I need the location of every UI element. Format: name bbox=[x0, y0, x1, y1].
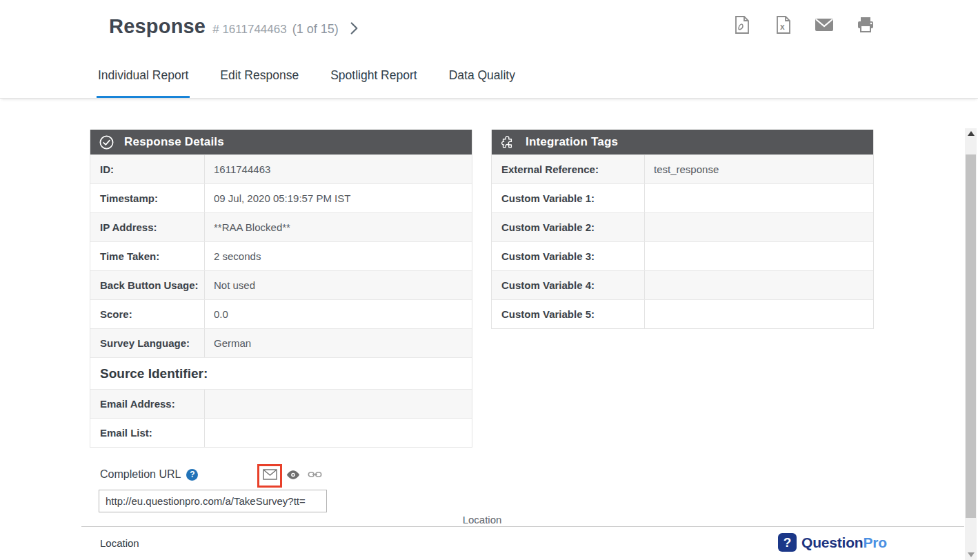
email-icon bbox=[815, 18, 834, 34]
send-completion-email-button[interactable] bbox=[257, 464, 282, 488]
chevron-right-icon bbox=[345, 28, 363, 39]
response-details-title: Response Details bbox=[124, 135, 224, 149]
report-tabs: Individual Report Edit Response Spotligh… bbox=[0, 55, 978, 99]
row-label: Survey Language: bbox=[90, 329, 204, 357]
export-actions: x bbox=[732, 17, 875, 36]
table-row: Email Address: bbox=[90, 389, 472, 418]
table-row: Score:0.0 bbox=[90, 299, 472, 328]
row-label: ID: bbox=[90, 155, 204, 183]
response-page: Response # 1611744463 (1 of 15) bbox=[0, 0, 978, 560]
row-value: Not used bbox=[204, 271, 472, 299]
svg-text:x: x bbox=[780, 22, 785, 32]
table-row: Custom Variable 2: bbox=[492, 212, 873, 241]
table-row: Email List: bbox=[90, 418, 472, 447]
scrollbar-thumb[interactable] bbox=[966, 154, 976, 518]
row-label: Email Address: bbox=[90, 390, 204, 418]
table-row: Survey Language:German bbox=[90, 328, 472, 357]
logo-question-text: Question bbox=[801, 534, 863, 550]
copy-link-icon bbox=[308, 470, 322, 481]
help-icon[interactable]: ? bbox=[186, 469, 198, 481]
row-label: Custom Variable 1: bbox=[492, 184, 644, 212]
location-heading-center: Location bbox=[0, 514, 964, 526]
row-label: Back Button Usage: bbox=[90, 271, 204, 299]
table-row: ID:1611744463 bbox=[90, 154, 472, 183]
table-row: Timestamp:09 Jul, 2020 05:19:57 PM IST bbox=[90, 183, 472, 212]
response-details-table: Response Details ID:1611744463 Timestamp… bbox=[90, 130, 472, 448]
row-value bbox=[644, 271, 873, 299]
scroll-down-icon bbox=[968, 552, 975, 557]
row-value bbox=[644, 242, 873, 270]
copy-url-button[interactable] bbox=[308, 470, 322, 482]
row-label: Custom Variable 4: bbox=[492, 271, 644, 299]
row-label: External Reference: bbox=[492, 155, 644, 183]
scrollbar-down-button[interactable] bbox=[965, 550, 977, 560]
row-label: Custom Variable 2: bbox=[492, 213, 644, 241]
footer-divider bbox=[81, 526, 964, 527]
print-button[interactable] bbox=[857, 17, 875, 36]
logo-pro-text: Pro bbox=[863, 534, 886, 550]
next-response-button[interactable] bbox=[345, 19, 363, 37]
response-number: # 1611744463 bbox=[212, 23, 286, 37]
row-label: IP Address: bbox=[90, 213, 204, 241]
integration-tags-title: Integration Tags bbox=[526, 135, 618, 149]
row-value: German bbox=[204, 329, 472, 357]
scroll-up-icon bbox=[968, 131, 975, 136]
row-label: Score: bbox=[90, 300, 204, 328]
preview-url-button[interactable] bbox=[286, 470, 300, 483]
page-title: Response bbox=[109, 15, 206, 38]
questionpro-logo-text: QuestionPro bbox=[801, 534, 887, 551]
row-value bbox=[644, 213, 873, 241]
integration-tags-header: Integration Tags bbox=[492, 130, 873, 154]
row-label: Time Taken: bbox=[90, 242, 204, 270]
table-row: Custom Variable 3: bbox=[492, 241, 873, 270]
export-excel-button[interactable]: x bbox=[774, 17, 792, 36]
location-heading-left: Location bbox=[100, 537, 139, 549]
table-row: External Reference:test_response bbox=[492, 154, 873, 183]
row-value bbox=[644, 184, 873, 212]
row-value: test_response bbox=[644, 155, 873, 183]
table-row: Back Button Usage:Not used bbox=[90, 270, 472, 299]
table-row: Time Taken:2 seconds bbox=[90, 241, 472, 270]
vertical-scrollbar[interactable] bbox=[965, 128, 977, 560]
questionpro-logo-icon: ? bbox=[778, 533, 797, 552]
send-email-icon bbox=[263, 469, 277, 483]
scrollbar-up-button[interactable] bbox=[965, 128, 977, 139]
table-row: Custom Variable 5: bbox=[492, 299, 873, 328]
row-value bbox=[204, 419, 472, 447]
row-label: Custom Variable 3: bbox=[492, 242, 644, 270]
print-icon bbox=[857, 17, 875, 36]
table-row: IP Address:**RAA Blocked** bbox=[90, 212, 472, 241]
questionpro-logo[interactable]: ? QuestionPro bbox=[778, 533, 887, 552]
row-label: Email List: bbox=[90, 419, 204, 447]
table-section-row: Source Identifier: bbox=[90, 357, 472, 389]
title-wrap: Response # 1611744463 (1 of 15) bbox=[109, 15, 339, 38]
response-details-header: Response Details bbox=[90, 130, 472, 154]
section-label: Source Identifier: bbox=[90, 358, 472, 389]
row-label: Timestamp: bbox=[90, 184, 204, 212]
completion-url-row: Completion URL ? bbox=[100, 468, 198, 481]
email-response-button[interactable] bbox=[815, 17, 833, 36]
tab-edit-response[interactable]: Edit Response bbox=[219, 55, 300, 98]
row-label: Custom Variable 5: bbox=[492, 300, 644, 328]
tab-spotlight-report[interactable]: Spotlight Report bbox=[329, 55, 419, 98]
integration-tags-table: Integration Tags External Reference:test… bbox=[491, 130, 874, 329]
table-row: Custom Variable 4: bbox=[492, 270, 873, 299]
export-excel-icon: x bbox=[775, 15, 792, 37]
row-value: 1611744463 bbox=[204, 155, 472, 183]
export-pdf-button[interactable] bbox=[732, 17, 750, 36]
row-value bbox=[644, 300, 873, 328]
preview-eye-icon bbox=[286, 470, 300, 482]
response-count: (1 of 15) bbox=[292, 22, 339, 37]
tab-data-quality[interactable]: Data Quality bbox=[448, 55, 517, 98]
completion-url-input[interactable] bbox=[99, 490, 327, 512]
completion-url-label: Completion URL bbox=[100, 468, 181, 481]
row-value: 09 Jul, 2020 05:19:57 PM IST bbox=[204, 184, 472, 212]
row-value: 2 seconds bbox=[204, 242, 472, 270]
table-row: Custom Variable 1: bbox=[492, 183, 873, 212]
check-circle-icon bbox=[99, 134, 114, 150]
row-value: 0.0 bbox=[204, 300, 472, 328]
puzzle-icon bbox=[500, 134, 516, 150]
export-pdf-icon bbox=[733, 15, 750, 37]
tab-individual-report[interactable]: Individual Report bbox=[97, 55, 190, 98]
top-bar: Response # 1611744463 (1 of 15) bbox=[0, 0, 978, 55]
